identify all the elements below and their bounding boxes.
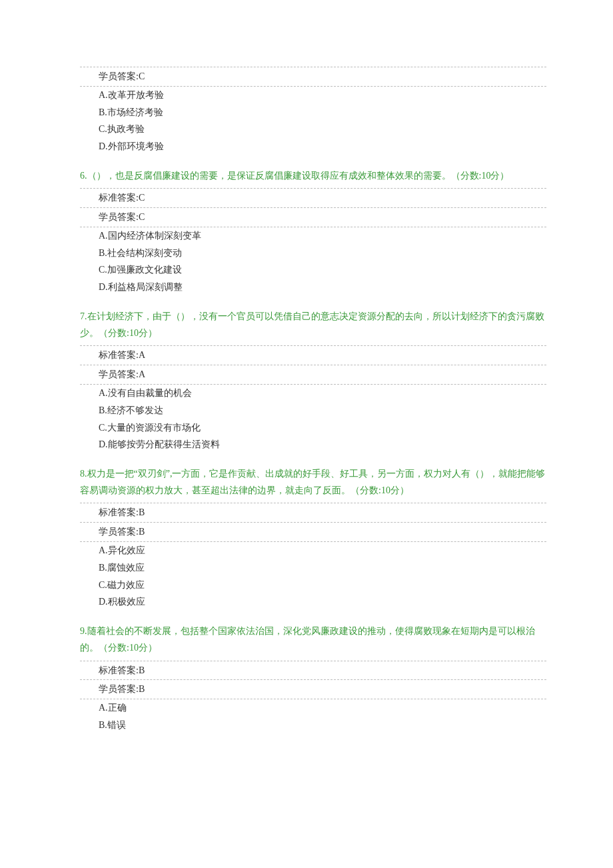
standard-answer-row: 标准答案:B (80, 503, 546, 523)
option-item: A.改革开放考验 (80, 87, 546, 104)
student-answer-value: C (139, 212, 145, 222)
option-item: C.加强廉政文化建设 (80, 261, 546, 279)
standard-answer-label: 标准答案: (99, 350, 139, 360)
option-item: A.异化效应 (80, 542, 546, 559)
option-item: A.没有自由裁量的机会 (80, 385, 546, 402)
question-stem: 6.（），也是反腐倡廉建设的需要，是保证反腐倡廉建设取得应有成效和整体效果的需要… (80, 167, 546, 184)
option-item: A.国内经济体制深刻变革 (80, 227, 546, 245)
option-item: D.外部环境考验 (80, 138, 546, 155)
standard-answer-label: 标准答案: (99, 507, 139, 517)
student-answer-label: 学员答案: (99, 71, 139, 81)
standard-answer-value: C (139, 193, 145, 203)
student-answer-label: 学员答案: (99, 527, 139, 537)
student-answer-row: 学员答案:B (80, 680, 546, 699)
option-item: B.错误 (80, 717, 546, 734)
option-item: C.大量的资源没有市场化 (80, 419, 546, 437)
answers-block: 学员答案:CA.改革开放考验B.市场经济考验C.执政考验D.外部环境考验 (80, 67, 546, 155)
question-stem: 7.在计划经济下，由于（），没有一个官员可以凭借自己的意志决定资源分配的去向，所… (80, 308, 546, 341)
option-item: B.市场经济考验 (80, 104, 546, 121)
student-answer-value: B (139, 684, 145, 694)
option-item: A.正确 (80, 699, 546, 717)
question-stem: 8.权力是一把“双刃剑”,一方面，它是作贡献、出成就的好手段、好工具，另一方面，… (80, 465, 546, 499)
option-item: B.社会结构深刻变动 (80, 245, 546, 262)
option-item: B.腐蚀效应 (80, 559, 546, 577)
standard-answer-row: 标准答案:B (80, 661, 546, 681)
student-answer-label: 学员答案: (99, 684, 139, 694)
option-item: D.积极效应 (80, 593, 546, 611)
standard-answer-row: 标准答案:A (80, 346, 546, 365)
student-answer-row: 学员答案:A (80, 365, 546, 385)
option-item: B.经济不够发达 (80, 402, 546, 419)
option-item: C.执政考验 (80, 121, 546, 138)
student-answer-row: 学员答案:C (80, 67, 546, 87)
answers-block: 标准答案:C学员答案:CA.国内经济体制深刻变革B.社会结构深刻变动C.加强廉政… (80, 188, 546, 296)
option-item: D.能够按劳分配获得生活资料 (80, 436, 546, 453)
option-item: D.利益格局深刻调整 (80, 279, 546, 296)
student-answer-value: B (139, 527, 145, 537)
standard-answer-value: B (139, 507, 145, 517)
student-answer-value: C (139, 71, 145, 81)
document-root: 学员答案:CA.改革开放考验B.市场经济考验C.执政考验D.外部环境考验6.（）… (80, 67, 546, 734)
answers-block: 标准答案:B学员答案:BA.正确B.错误 (80, 661, 546, 734)
answers-block: 标准答案:B学员答案:BA.异化效应B.腐蚀效应C.磁力效应D.积极效应 (80, 503, 546, 611)
question-stem: 9.随着社会的不断发展，包括整个国家依法治国，深化党风廉政建设的推动，使得腐败现… (80, 623, 546, 656)
student-answer-label: 学员答案: (99, 212, 139, 222)
student-answer-value: A (139, 369, 145, 379)
option-item: C.磁力效应 (80, 577, 546, 594)
standard-answer-label: 标准答案: (99, 193, 139, 203)
standard-answer-label: 标准答案: (99, 665, 139, 675)
student-answer-row: 学员答案:B (80, 523, 546, 542)
answers-block: 标准答案:A学员答案:AA.没有自由裁量的机会B.经济不够发达C.大量的资源没有… (80, 345, 546, 453)
standard-answer-row: 标准答案:C (80, 189, 546, 208)
student-answer-row: 学员答案:C (80, 208, 546, 227)
standard-answer-value: B (139, 665, 145, 675)
student-answer-label: 学员答案: (99, 369, 139, 379)
standard-answer-value: A (139, 350, 145, 360)
